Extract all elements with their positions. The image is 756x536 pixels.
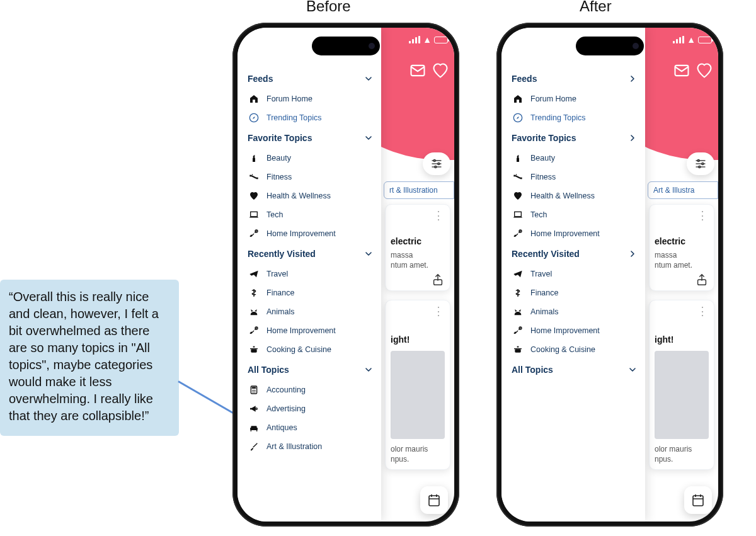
tools-icon xyxy=(249,229,259,239)
signal-icon xyxy=(673,36,684,43)
calendar-button[interactable] xyxy=(684,486,712,514)
section-recently-visited[interactable]: Recently Visited xyxy=(501,243,645,265)
phone-mock-before: ▲ rt & Illustration ⋮ electric massantum… xyxy=(232,23,459,527)
sidebar-item[interactable]: Home Improvement xyxy=(501,224,645,243)
sidebar-item[interactable]: Forum Home xyxy=(238,89,381,108)
sidebar-item[interactable]: Tech xyxy=(501,205,645,224)
sidebar-item[interactable]: Home Improvement xyxy=(501,321,645,340)
inbox-icon[interactable] xyxy=(673,62,690,79)
sidebar-item[interactable]: Art & Illustration xyxy=(238,437,381,456)
home-icon xyxy=(513,94,523,104)
post-card[interactable]: ⋮ ight! olor maurisnpus. xyxy=(385,300,450,470)
post-card[interactable]: ⋮ electric massantum amet. xyxy=(385,204,450,291)
sidebar-item[interactable]: Forum Home xyxy=(501,89,645,108)
post-card[interactable]: ⋮ ight! olor maurisnpus. xyxy=(649,300,714,470)
section-all-topics[interactable]: All Topics xyxy=(238,359,381,380)
sidebar-item[interactable]: Cooking & Cuisine xyxy=(501,340,645,359)
sidebar-item[interactable]: Health & Wellness xyxy=(501,186,645,205)
share-icon[interactable] xyxy=(431,273,445,287)
sidebar-item[interactable]: Animals xyxy=(238,302,381,321)
sidebar-item[interactable]: Tech xyxy=(238,205,381,224)
favorites-icon[interactable] xyxy=(696,62,713,79)
sidebar-item[interactable]: Travel xyxy=(238,265,381,283)
chevron-right-icon xyxy=(627,249,638,259)
phone-mock-after: ▲ Art & Illustra ⋮ electric massantum am… xyxy=(496,23,723,527)
wifi-icon: ▲ xyxy=(687,35,696,44)
filter-button[interactable] xyxy=(687,152,714,175)
chevron-down-icon xyxy=(627,365,638,375)
card-title: ight! xyxy=(391,334,445,345)
sidebar-item[interactable]: Trending Topics xyxy=(501,108,645,127)
sidebar-item[interactable]: Animals xyxy=(501,302,645,321)
chevron-right-icon xyxy=(627,133,638,143)
chevron-down-icon xyxy=(364,74,374,84)
sidebar-item-label: Animals xyxy=(530,307,558,316)
sidebar-item-label: Finance xyxy=(266,288,294,297)
kebab-icon[interactable]: ⋮ xyxy=(433,304,445,318)
category-chip[interactable]: rt & Illustration xyxy=(384,181,454,199)
section-favorite-topics[interactable]: Favorite Topics xyxy=(501,127,645,149)
plane-icon xyxy=(249,269,259,279)
sidebar-item[interactable]: Home Improvement xyxy=(238,321,381,340)
sidebar-item[interactable]: Fitness xyxy=(238,168,381,186)
image-placeholder xyxy=(391,351,445,439)
sidebar-item[interactable]: Health & Wellness xyxy=(238,186,381,205)
sofa-icon xyxy=(249,423,259,433)
section-favorite-topics[interactable]: Favorite Topics xyxy=(238,127,381,149)
cat-icon xyxy=(249,307,259,317)
sidebar-item-label: Health & Wellness xyxy=(530,191,595,200)
heart-icon xyxy=(513,191,523,201)
calendar-button[interactable] xyxy=(420,486,448,514)
status-bar: ▲ xyxy=(409,35,448,44)
chevron-down-icon xyxy=(364,133,374,143)
sidebar-item-label: Beauty xyxy=(266,154,291,163)
kebab-icon[interactable]: ⋮ xyxy=(433,208,445,222)
section-all-topics[interactable]: All Topics xyxy=(501,359,645,380)
laptop-icon xyxy=(249,210,259,220)
section-label: Recently Visited xyxy=(248,249,316,259)
sidebar-item[interactable]: Beauty xyxy=(238,149,381,168)
section-label: All Topics xyxy=(512,365,553,375)
sidebar-item-label: Advertising xyxy=(266,404,306,413)
category-chip[interactable]: Art & Illustra xyxy=(648,181,718,199)
home-icon xyxy=(249,94,259,104)
sidebar-item[interactable]: Finance xyxy=(501,283,645,302)
card-body: olor maurisnpus. xyxy=(391,444,445,464)
plane-icon xyxy=(513,269,523,279)
signal-icon xyxy=(409,36,420,43)
sidebar-item-label: Art & Illustration xyxy=(266,442,322,451)
section-recently-visited[interactable]: Recently Visited xyxy=(238,243,381,265)
sidebar-item[interactable]: Cooking & Cuisine xyxy=(238,340,381,359)
tools-icon xyxy=(513,229,523,239)
post-card[interactable]: ⋮ electric massantum amet. xyxy=(649,204,714,291)
user-quote: “Overall this is really nice and clean, … xyxy=(0,280,179,436)
section-label: All Topics xyxy=(248,365,289,375)
sidebar-item[interactable]: Trending Topics xyxy=(238,108,381,127)
cat-icon xyxy=(513,307,523,317)
sidebar-item[interactable]: Beauty xyxy=(501,149,645,168)
kebab-icon[interactable]: ⋮ xyxy=(697,208,709,222)
chevron-down-icon xyxy=(364,249,374,259)
sidebar-item[interactable]: Travel xyxy=(501,265,645,283)
sidebar-item-label: Fitness xyxy=(530,173,556,181)
dollar-icon xyxy=(249,288,259,298)
sidebar-item[interactable]: Accounting xyxy=(238,380,381,399)
battery-icon xyxy=(698,37,712,43)
favorites-icon[interactable] xyxy=(432,62,449,79)
sidebar-item[interactable]: Advertising xyxy=(238,399,381,418)
filter-button[interactable] xyxy=(423,152,450,175)
section-feeds[interactable]: Feeds xyxy=(238,68,381,89)
dumbbell-icon xyxy=(513,172,523,182)
sidebar-item-label: Forum Home xyxy=(530,94,576,103)
section-feeds[interactable]: Feeds xyxy=(501,68,645,89)
kebab-icon[interactable]: ⋮ xyxy=(697,304,709,318)
share-icon[interactable] xyxy=(695,273,709,287)
sidebar-item-label: Home Improvement xyxy=(266,229,336,238)
sidebar-item[interactable]: Antiques xyxy=(238,418,381,437)
section-label: Feeds xyxy=(248,74,273,84)
sidebar-item[interactable]: Finance xyxy=(238,283,381,302)
sidebar-item[interactable]: Home Improvement xyxy=(238,224,381,243)
sidebar-item-label: Fitness xyxy=(266,173,292,181)
inbox-icon[interactable] xyxy=(409,62,427,79)
sidebar-item[interactable]: Fitness xyxy=(501,168,645,186)
